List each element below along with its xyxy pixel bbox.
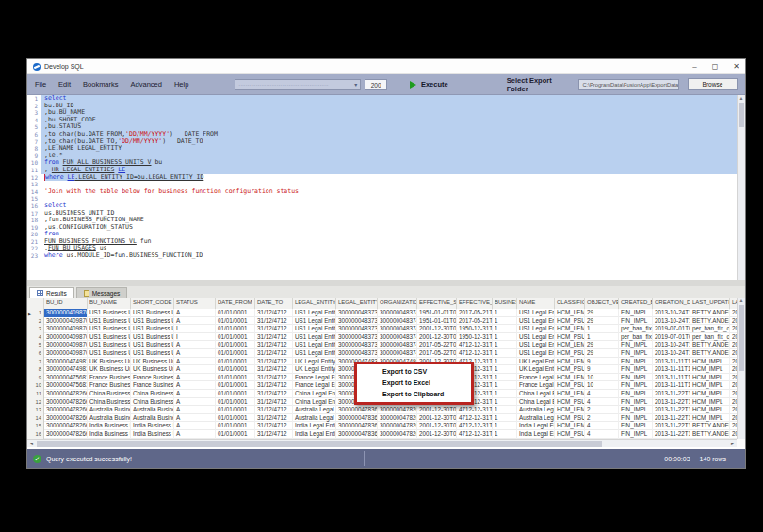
grid-cell[interactable]: UK Business Unit bbox=[131, 365, 174, 374]
row-header[interactable]: 8 bbox=[27, 365, 44, 374]
grid-cell[interactable]: 31/12/4712 bbox=[255, 349, 293, 358]
grid-cell[interactable]: 300000047568131 bbox=[44, 381, 88, 390]
code-line[interactable]: 4,bu.SHORT_CODE bbox=[27, 117, 745, 124]
grid-cell[interactable]: 4712-12-31T00:0... bbox=[457, 349, 493, 358]
scroll-right-icon[interactable]: ► bbox=[728, 440, 737, 448]
row-limit-input[interactable]: 200 bbox=[365, 79, 387, 90]
grid-cell[interactable]: FIN_IMPL bbox=[619, 341, 653, 349]
grid-cell[interactable]: FIN_IMPL bbox=[619, 358, 653, 366]
export-folder-path-input[interactable]: C:\ProgramData\FusionApp\ExportData bbox=[578, 79, 678, 90]
grid-cell[interactable]: 4 bbox=[585, 390, 619, 398]
grid-cell[interactable]: 01/01/0001 bbox=[216, 365, 255, 374]
grid-cell[interactable]: HCM_PSU bbox=[555, 349, 585, 358]
grid-cell[interactable]: 300000048373975 bbox=[336, 309, 378, 317]
grid-cell[interactable]: 31/12/4712 bbox=[255, 309, 293, 317]
grid-cell[interactable]: 300000048373975 bbox=[336, 341, 378, 349]
grid-cell[interactable]: 1 bbox=[585, 325, 619, 333]
grid-cell[interactable]: per_ban_fix_org_j... bbox=[690, 333, 730, 342]
column-header-date_from[interactable]: DATE_FROM bbox=[216, 298, 255, 309]
row-header[interactable]: 5 bbox=[27, 341, 44, 349]
code-line[interactable]: 7,to_char(bu.DATE_TO,'DD/MM/YYYY') DATE_… bbox=[27, 138, 745, 146]
grid-cell[interactable]: HCM_PSU bbox=[555, 430, 585, 439]
grid-cell[interactable]: I bbox=[174, 333, 216, 342]
grid-cell[interactable]: 1950-12-31T00:0... bbox=[457, 325, 493, 333]
tab-results[interactable]: Results bbox=[29, 287, 74, 298]
minimize-button[interactable]: – bbox=[692, 63, 696, 71]
row-header[interactable]: 1▶ bbox=[27, 309, 44, 317]
grid-cell[interactable]: 1 bbox=[493, 358, 517, 366]
grid-cell[interactable]: A bbox=[174, 398, 216, 407]
grid-cell[interactable]: 300000047826695 bbox=[44, 422, 88, 430]
column-header-legal_entity[interactable]: LEGAL_ENTITY bbox=[293, 298, 336, 309]
grid-cell[interactable]: 300000040987012 bbox=[44, 333, 88, 342]
grid-cell[interactable]: 300000048374965 bbox=[378, 333, 417, 342]
grid-cell[interactable]: US1 Business Unit bbox=[131, 349, 174, 358]
grid-cell[interactable]: 300000040987012 bbox=[44, 317, 88, 326]
grid-cell[interactable]: China Business U... bbox=[88, 390, 131, 398]
grid-cell[interactable]: US1 Business Unit bbox=[88, 325, 131, 333]
grid-cell[interactable]: 1 bbox=[493, 414, 517, 423]
grid-cell[interactable]: 01/01/0001 bbox=[216, 398, 255, 407]
grid-cell[interactable]: Australia Busines... bbox=[88, 406, 131, 414]
grid-cell[interactable]: US1 Business Unit bbox=[88, 349, 131, 358]
grid-cell[interactable]: India Legal Entity bbox=[517, 422, 555, 430]
grid-cell[interactable]: US1 Business Unit bbox=[131, 341, 174, 349]
grid-cell[interactable]: 2013-11-22T18:4... bbox=[653, 430, 690, 439]
menu-file[interactable]: File bbox=[35, 80, 46, 89]
grid-cell[interactable]: US1 Legal Entity bbox=[517, 317, 555, 326]
grid-cell[interactable]: 31/12/4712 bbox=[255, 341, 293, 349]
grid-cell[interactable]: 4712-12-31T00:0... bbox=[457, 430, 493, 439]
code-line[interactable]: 23where us.MODULE_ID=fun.BUSINESS_FUNCTI… bbox=[27, 252, 745, 260]
context-menu-item-export-to-csv[interactable]: Export to CSV bbox=[357, 366, 471, 378]
row-header[interactable]: 9 bbox=[27, 374, 44, 382]
code-line[interactable]: 15 bbox=[27, 195, 745, 202]
grid-cell[interactable]: 1 bbox=[493, 317, 517, 326]
grid-cell[interactable]: 31/12/4712 bbox=[255, 358, 293, 366]
grid-cell[interactable]: A bbox=[174, 430, 216, 439]
grid-cell[interactable]: 01/01/0001 bbox=[216, 414, 255, 423]
grid-cell[interactable]: US1 Legal Entity bbox=[517, 349, 555, 358]
grid-cell[interactable]: FIN_IMPL bbox=[619, 430, 653, 439]
grid-cell[interactable]: 300000048373975 bbox=[336, 325, 378, 333]
table-row[interactable]: 3300000040987012US1 Business UnitUS1 Bus… bbox=[27, 325, 745, 333]
column-header-created_by[interactable]: CREATED_BY bbox=[619, 298, 653, 309]
grid-cell[interactable]: UK Business Unit bbox=[88, 365, 131, 374]
grid-cell[interactable]: US1 Business Unit bbox=[88, 309, 131, 317]
grid-cell[interactable]: I bbox=[174, 325, 216, 333]
grid-cell[interactable]: 4 bbox=[585, 398, 619, 407]
grid-cell[interactable]: UK Business Unit bbox=[131, 358, 174, 366]
grid-cell[interactable]: 300000047826643 bbox=[378, 422, 417, 430]
grid-cell[interactable]: 300000047836151 bbox=[336, 430, 378, 439]
grid-cell[interactable]: 01/01/0001 bbox=[216, 333, 255, 342]
grid-cell[interactable]: US1 Business Unit bbox=[88, 333, 131, 342]
context-menu-item-export-to-excel[interactable]: Export to Excel bbox=[357, 378, 471, 389]
scrollbar-thumb[interactable] bbox=[739, 103, 744, 127]
code-line[interactable]: 18,fun.BUSINESS_FUNCTION_NAME bbox=[27, 217, 745, 224]
row-header[interactable]: 7 bbox=[27, 358, 44, 366]
grid-cell[interactable]: China Business U... bbox=[131, 390, 174, 398]
grid-cell[interactable]: HCM_PSU bbox=[555, 317, 585, 326]
grid-cell[interactable]: India Business Unit bbox=[88, 430, 131, 439]
grid-cell[interactable]: 300000047826629 bbox=[378, 414, 417, 423]
grid-cell[interactable]: China Legal Entity bbox=[517, 390, 555, 398]
grid-cell[interactable]: 4712-12-31T00:0... bbox=[457, 414, 493, 423]
grid-cell[interactable]: 1 bbox=[493, 374, 517, 382]
grid-cell[interactable]: FIN_IMPL bbox=[619, 317, 653, 326]
grid-cell[interactable]: HCM_LEMP bbox=[555, 309, 585, 317]
grid-cell[interactable]: Australia Legal E... bbox=[293, 414, 336, 423]
grid-cell[interactable]: A bbox=[174, 309, 216, 317]
column-header-effective_end_[interactable]: EFFECTIVE_END_ bbox=[457, 298, 493, 309]
grid-cell[interactable]: 2013-10-24T14:3... bbox=[653, 309, 690, 317]
grid-cell[interactable]: A bbox=[174, 390, 216, 398]
grid-cell[interactable]: 1 bbox=[493, 422, 517, 430]
grid-cell[interactable]: France Business ... bbox=[131, 374, 174, 382]
grid-cell[interactable]: 31/12/4712 bbox=[255, 390, 293, 398]
grid-cell[interactable]: 300000048374965 bbox=[378, 325, 417, 333]
grid-cell[interactable]: 2019-07-01T00:2... bbox=[653, 333, 690, 342]
column-header-effective_star[interactable]: EFFECTIVE_STAR bbox=[417, 298, 457, 309]
grid-cell[interactable]: China Business U... bbox=[88, 398, 131, 407]
grid-cell[interactable]: 2013-11-22T18:1... bbox=[653, 406, 690, 414]
grid-cell[interactable]: HCM_IMPL bbox=[690, 406, 730, 414]
grid-cell[interactable]: US1 Legal Entity bbox=[517, 333, 555, 342]
close-button[interactable]: ✕ bbox=[733, 63, 739, 71]
